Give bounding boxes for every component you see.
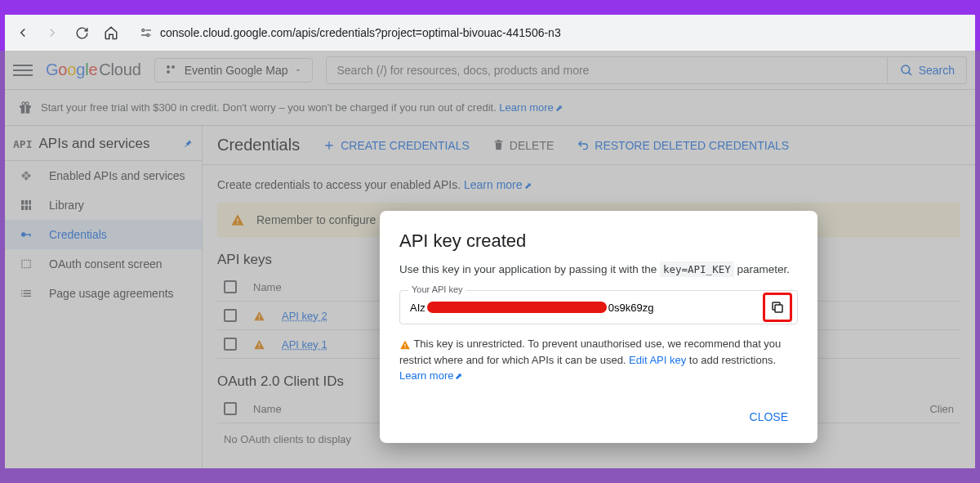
api-key-created-modal: API key created Use this key in your app… xyxy=(380,211,817,443)
content-header: Credentials CREATE CREDENTIALS DELETE RE… xyxy=(203,126,975,165)
consent-icon xyxy=(18,257,34,271)
svg-rect-11 xyxy=(21,200,24,204)
search-icon xyxy=(899,63,914,78)
sidebar: API APIs and services Enabled APIs and s… xyxy=(5,126,203,468)
list-check-icon xyxy=(18,287,34,300)
external-link-icon: ⬈ xyxy=(555,103,563,113)
checkbox[interactable] xyxy=(224,309,237,322)
chevron-down-icon xyxy=(294,66,302,74)
modal-warning: This key is unrestricted. To prevent una… xyxy=(399,336,798,384)
sidebar-item-agreements[interactable]: Page usage agreements xyxy=(5,279,202,308)
forward-button[interactable] xyxy=(44,25,60,41)
warning-icon xyxy=(253,310,265,322)
sidebar-title-row: API APIs and services xyxy=(5,127,202,161)
project-picker[interactable]: Eventin Google Map xyxy=(154,58,314,83)
modal-title: API key created xyxy=(399,230,798,252)
svg-point-5 xyxy=(902,65,910,74)
menu-button[interactable] xyxy=(13,60,33,80)
promo-text: Start your free trial with $300 in credi… xyxy=(41,101,499,114)
svg-rect-21 xyxy=(775,305,782,312)
undo-icon xyxy=(577,139,590,152)
grid-icon xyxy=(18,199,34,212)
sidebar-item-oauth[interactable]: OAuth consent screen xyxy=(5,249,202,279)
diamond-icon xyxy=(18,169,34,182)
sidebar-title: APIs and services xyxy=(38,136,149,152)
api-key-label: Your API key xyxy=(408,284,466,294)
promo-banner: Start your free trial with $300 in credi… xyxy=(5,90,975,126)
svg-rect-16 xyxy=(29,206,31,210)
back-button[interactable] xyxy=(15,25,31,41)
col-name: Name xyxy=(253,281,282,293)
warning-text: Remember to configure t xyxy=(256,213,382,226)
delete-button[interactable]: DELETE xyxy=(492,139,554,152)
site-settings-icon[interactable] xyxy=(139,25,154,40)
search-button[interactable]: Search xyxy=(888,56,967,84)
intro-learn-more-link[interactable]: Learn more⬈ xyxy=(464,178,532,191)
svg-rect-15 xyxy=(25,206,28,210)
external-link-icon: ⬈ xyxy=(455,371,462,381)
modal-code: key=API_KEY xyxy=(660,262,734,277)
copy-button[interactable] xyxy=(763,293,792,322)
edit-api-key-link[interactable]: Edit API key xyxy=(629,354,686,366)
svg-rect-20 xyxy=(22,260,31,267)
project-dots-icon xyxy=(165,64,178,77)
checkbox-all[interactable] xyxy=(224,280,237,293)
sidebar-item-label: Library xyxy=(49,199,84,212)
restore-label: RESTORE DELETED CREDENTIALS xyxy=(595,139,789,152)
sidebar-item-label: Enabled APIs and services xyxy=(49,169,185,182)
plus-icon xyxy=(323,139,336,152)
delete-label: DELETE xyxy=(510,139,554,152)
page-title: Credentials xyxy=(217,136,300,154)
svg-point-3 xyxy=(172,65,175,69)
pin-icon[interactable] xyxy=(182,138,194,150)
svg-rect-13 xyxy=(29,200,31,204)
home-button[interactable] xyxy=(103,25,119,41)
svg-point-2 xyxy=(167,65,170,69)
svg-rect-12 xyxy=(25,200,28,204)
external-link-icon: ⬈ xyxy=(524,181,532,190)
svg-point-10 xyxy=(25,101,29,105)
sidebar-item-label: Page usage agreements xyxy=(49,287,174,300)
restore-button[interactable]: RESTORE DELETED CREDENTIALS xyxy=(577,139,789,152)
sidebar-item-enabled-apis[interactable]: Enabled APIs and services xyxy=(5,161,202,190)
api-badge: API xyxy=(13,138,32,150)
reload-button[interactable] xyxy=(74,25,90,41)
create-credentials-button[interactable]: CREATE CREDENTIALS xyxy=(323,139,470,152)
modal-description: Use this key in your application by pass… xyxy=(399,263,798,275)
learn-more-link[interactable]: Learn more⬈ xyxy=(399,369,462,382)
svg-point-1 xyxy=(147,34,149,37)
svg-point-0 xyxy=(142,29,145,32)
svg-point-4 xyxy=(167,70,170,74)
sidebar-item-library[interactable]: Library xyxy=(5,190,202,220)
warning-icon xyxy=(399,338,411,350)
sidebar-item-label: OAuth consent screen xyxy=(49,257,163,271)
promo-link[interactable]: Learn more⬈ xyxy=(499,101,562,114)
google-cloud-logo[interactable]: GoogleCloud xyxy=(46,60,141,79)
project-name: Eventin Google Map xyxy=(185,64,288,77)
url-text: console.cloud.google.com/apis/credential… xyxy=(160,26,561,39)
svg-point-9 xyxy=(22,101,25,105)
api-key-link[interactable]: API key 1 xyxy=(282,338,327,351)
gift-icon xyxy=(18,101,33,115)
key-icon xyxy=(18,228,34,241)
svg-point-17 xyxy=(21,232,25,236)
trash-icon xyxy=(492,139,505,151)
close-button[interactable]: CLOSE xyxy=(740,404,798,430)
sidebar-item-credentials[interactable]: Credentials xyxy=(5,220,202,249)
url-bar[interactable]: console.cloud.google.com/apis/credential… xyxy=(132,25,965,40)
checkbox-all-oauth[interactable] xyxy=(224,402,237,415)
col-client: Clien xyxy=(929,403,954,415)
svg-rect-19 xyxy=(29,234,30,236)
browser-toolbar: console.cloud.google.com/apis/credential… xyxy=(5,15,975,51)
search-input[interactable] xyxy=(326,56,887,84)
svg-rect-8 xyxy=(24,105,26,114)
api-key-link[interactable]: API key 2 xyxy=(282,310,327,322)
modal-actions: CLOSE xyxy=(399,404,798,430)
search-button-label: Search xyxy=(919,64,955,77)
redacted-segment xyxy=(427,302,607,313)
copy-icon xyxy=(770,300,785,315)
api-key-value[interactable]: AIz0s9k69zg xyxy=(400,293,763,322)
warning-icon xyxy=(253,338,265,351)
checkbox[interactable] xyxy=(224,338,237,351)
create-credentials-label: CREATE CREDENTIALS xyxy=(341,139,470,152)
